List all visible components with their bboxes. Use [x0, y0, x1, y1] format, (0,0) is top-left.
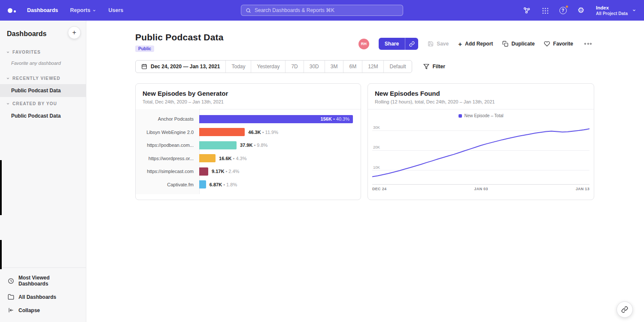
help-icon[interactable]: ?: [558, 6, 568, 15]
search-icon: [246, 8, 251, 13]
screen-edge-artifact: [0, 240, 2, 269]
chevron-down-icon: [6, 76, 10, 80]
preset-today[interactable]: Today: [225, 61, 251, 73]
bar-category-label: https://wordpress.or...: [136, 156, 199, 161]
card-subtitle: Rolling (12 hours), total, Dec 24th, 202…: [375, 99, 587, 104]
report-card-new-episodes-found[interactable]: New Episodes Found Rolling (12 hours), t…: [368, 83, 594, 200]
bar-category-label: https://simplecast.com: [136, 169, 199, 174]
save-icon: [428, 41, 434, 47]
folder-icon: [8, 294, 14, 300]
bar-track: 9.17K • 2.4%: [199, 165, 361, 178]
line-chart-svg[interactable]: 30K20K10K: [372, 121, 589, 184]
project-scope: All Project Data: [596, 11, 628, 16]
link-icon: [621, 306, 628, 313]
duplicate-button[interactable]: Duplicate: [502, 41, 535, 47]
x-tick: DEC 24: [372, 187, 386, 191]
date-range-control: Dec 24, 2020 — Jan 13, 2021 Today Yester…: [135, 60, 412, 73]
avatar[interactable]: RH: [358, 39, 369, 49]
x-tick: JAN 13: [576, 187, 589, 191]
bar-category-label: Anchor Podcasts: [136, 116, 199, 122]
preset-6m[interactable]: 6M: [343, 61, 362, 73]
preset-7d[interactable]: 7D: [285, 61, 303, 73]
add-report-button[interactable]: + Add Report: [458, 41, 493, 47]
bar-row: Anchor Podcasts156K • 40.3%: [136, 112, 361, 126]
add-dashboard-button[interactable]: +: [68, 26, 81, 39]
more-options-button[interactable]: [583, 41, 593, 46]
project-selector[interactable]: Index All Project Data: [596, 5, 636, 16]
settings-gear-icon[interactable]: ⚙: [576, 6, 586, 15]
bar-value-label: 16.6K • 4.3%: [219, 156, 246, 161]
search-input[interactable]: [255, 7, 398, 13]
share-button-group: Share: [379, 38, 418, 50]
legend-swatch: [459, 114, 462, 118]
share-button[interactable]: Share: [379, 38, 405, 50]
bar-value-label: 9.17K • 2.4%: [212, 169, 239, 174]
bar-segment[interactable]: [199, 154, 216, 162]
chart-legend: New Episode – Total: [368, 109, 594, 120]
bar-row: https://simplecast.com9.17K • 2.4%: [136, 165, 361, 178]
copy-link-button[interactable]: [405, 38, 418, 50]
nav-item-reports[interactable]: Reports: [70, 7, 96, 13]
mixpanel-logo-icon[interactable]: [8, 8, 16, 13]
favorite-button[interactable]: Favorite: [544, 41, 573, 47]
sidebar-item-public-podcast-data[interactable]: Public Podcast Data: [0, 84, 86, 97]
card-title: New Episodes by Generator: [143, 90, 354, 97]
apps-grid-icon[interactable]: [540, 6, 550, 15]
preset-12m[interactable]: 12M: [362, 61, 383, 73]
bar-segment[interactable]: [199, 128, 245, 136]
collapse-sidebar-button[interactable]: Collapse: [0, 304, 86, 317]
report-card-new-episodes-by-generator[interactable]: New Episodes by Generator Total, Dec 24t…: [135, 83, 361, 200]
bar-track: 6.87K • 1.8%: [199, 178, 361, 191]
bar-track: 37.9K • 9.8%: [199, 139, 361, 152]
preset-30d[interactable]: 30D: [304, 61, 325, 73]
filter-button[interactable]: Filter: [423, 64, 445, 70]
bar-value-label: 46.3K • 11.9%: [248, 130, 278, 135]
section-favorites[interactable]: FAVORITES: [0, 46, 86, 58]
all-dashboards-link[interactable]: All Dashboards: [0, 290, 86, 304]
bar-segment[interactable]: [199, 167, 208, 176]
card-title: New Episodes Found: [375, 90, 587, 97]
bar-track: 156K • 40.3%: [199, 112, 361, 126]
bar-value-label: 6.87K • 1.8%: [210, 182, 237, 187]
section-created-by-you[interactable]: CREATED BY YOU: [0, 97, 86, 109]
bar-segment[interactable]: [199, 180, 206, 188]
svg-text:10K: 10K: [373, 165, 380, 170]
preset-3m[interactable]: 3M: [325, 61, 343, 73]
sidebar-item-public-podcast-data-created[interactable]: Public Podcast Data: [0, 109, 86, 122]
svg-text:30K: 30K: [373, 125, 380, 130]
preset-default[interactable]: Default: [383, 61, 411, 73]
x-tick: JAN 03: [474, 187, 488, 191]
section-recently-viewed[interactable]: RECENTLY VIEWED: [0, 72, 86, 84]
legend-label: New Episode – Total: [465, 113, 504, 118]
report-cards: New Episodes by Generator Total, Dec 24t…: [135, 83, 644, 200]
duplicate-icon: [502, 41, 508, 47]
date-toolbar: Dec 24, 2020 — Jan 13, 2021 Today Yester…: [135, 60, 644, 73]
most-viewed-dashboards-link[interactable]: Most Viewed Dashboards: [0, 271, 86, 290]
bar-category-label: Captivate.fm: [136, 182, 199, 187]
nav-item-users[interactable]: Users: [108, 7, 123, 13]
save-button[interactable]: Save: [428, 41, 449, 47]
bar-segment[interactable]: 156K • 40.3%: [199, 115, 353, 123]
filter-funnel-icon: [423, 64, 429, 70]
primary-nav: Dashboards Reports Users: [27, 7, 123, 13]
date-range-picker[interactable]: Dec 24, 2020 — Jan 13, 2021: [136, 61, 225, 73]
top-navbar: Dashboards Reports Users ? ⚙ Index: [0, 0, 644, 21]
collapse-icon: [8, 307, 14, 313]
dashboard-actions: RH Share Save + Add Report Dup: [358, 38, 593, 50]
bar-category-label: Libsyn WebEngine 2.0: [136, 130, 199, 135]
copy-link-fab[interactable]: [617, 301, 633, 318]
nav-item-dashboards[interactable]: Dashboards: [27, 7, 58, 13]
bar-track: 16.6K • 4.3%: [199, 152, 361, 165]
line-series[interactable]: [372, 129, 589, 176]
card-subtitle: Total, Dec 24th, 2020 – Jan 13th, 2021: [143, 99, 354, 104]
screen-edge-artifact: [0, 160, 2, 215]
app-window: Dashboards Reports Users ? ⚙ Index: [0, 0, 644, 322]
x-axis: DEC 24 JAN 03 JAN 13: [372, 184, 589, 194]
dashboards-sidebar: Dashboards + FAVORITES Favorite any dash…: [0, 21, 86, 322]
main-content: Public Podcast Data Public RH Share Save…: [86, 21, 644, 322]
global-search[interactable]: [241, 5, 403, 16]
favorites-empty-state: Favorite any dashboard: [0, 58, 86, 72]
bar-segment[interactable]: [199, 141, 237, 149]
data-connections-icon[interactable]: [522, 6, 532, 15]
preset-yesterday[interactable]: Yesterday: [251, 61, 285, 73]
